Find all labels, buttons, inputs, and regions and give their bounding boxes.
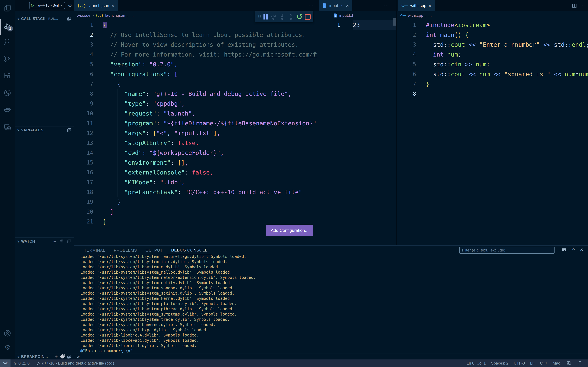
run-and-debug-icon[interactable]: 1	[0, 18, 15, 34]
code-editor-withi-cpp[interactable]: 1#include<iostream>2int main() {3 std::c…	[397, 19, 588, 99]
code-line[interactable]: 13 "stopAtEntry": false,	[74, 138, 317, 148]
explorer-icon[interactable]	[0, 0, 15, 17]
status-item[interactable]: LF	[527, 361, 537, 366]
variables-section-header[interactable]: ∨ VARIABLES	[15, 126, 74, 134]
breadcrumb-symbol[interactable]: ...	[130, 13, 134, 18]
watch-section-header[interactable]: ∨ WATCH +	[15, 237, 74, 245]
breadcrumb-file[interactable]: input.txt	[339, 13, 353, 18]
maximize-panel-icon[interactable]: ^	[572, 247, 575, 252]
split-editor-icon[interactable]	[572, 3, 577, 8]
close-tab-icon[interactable]: ×	[429, 3, 432, 8]
tab-output[interactable]: OUTPUT	[141, 246, 167, 255]
more-actions-icon[interactable]: ⋯	[308, 3, 313, 8]
code-line[interactable]: 2int main() {	[397, 30, 588, 40]
status-item[interactable]: Mac	[550, 361, 563, 366]
notifications-bell-icon[interactable]	[575, 361, 585, 366]
tab-terminal[interactable]: TERMINAL	[80, 246, 109, 255]
close-panel-icon[interactable]: ×	[580, 247, 583, 252]
status-item[interactable]: Ln 8, Col 1	[464, 361, 488, 366]
code-line[interactable]: 15 "environment": [],	[74, 158, 317, 168]
debug-console-output[interactable]: Loaded '/usr/lib/system/libsystem_featur…	[74, 255, 588, 354]
live-share-icon[interactable]	[0, 85, 15, 101]
scrollbar-slider[interactable]	[393, 18, 396, 25]
code-line[interactable]: 5 std::cin >> num;	[397, 59, 588, 69]
search-icon[interactable]	[0, 33, 15, 50]
code-line[interactable]: 5 "version": "0.2.0",	[74, 59, 317, 69]
settings-gear-icon[interactable]: ⚙	[0, 339, 15, 356]
code-line[interactable]: 10 "request": "launch",	[74, 109, 317, 118]
console-filter-input[interactable]	[460, 248, 554, 253]
close-tab-icon[interactable]: ×	[111, 3, 114, 8]
step-out-icon[interactable]	[288, 14, 294, 20]
code-line[interactable]: 16 "externalConsole": false,	[74, 168, 317, 177]
accounts-icon[interactable]	[0, 325, 15, 342]
pause-button[interactable]	[263, 14, 268, 19]
call-stack-section-header[interactable]: ∨ CALL STACK RUN...	[15, 15, 74, 22]
debug-config-status[interactable]: g++-10 - Build and debug active file (po…	[33, 361, 117, 366]
code-line[interactable]: 19 }	[74, 197, 317, 207]
breadcrumb-symbol[interactable]: ...	[428, 13, 432, 18]
status-item[interactable]: Spaces: 2	[488, 361, 511, 366]
copy-call-stack-icon[interactable]	[67, 16, 71, 21]
step-into-icon[interactable]	[279, 14, 285, 20]
code-line[interactable]: 14 "cwd": "${workspaceFolder}",	[74, 148, 317, 158]
code-line[interactable]: 12 "args": ["<", "input.txt"],	[74, 128, 317, 138]
code-line[interactable]: 7}	[397, 79, 588, 89]
collapse-all-icon[interactable]	[67, 128, 71, 133]
code-line[interactable]: 7 {	[74, 79, 317, 89]
remote-indicator[interactable]: ><	[0, 359, 10, 367]
more-actions-icon[interactable]: ⋯	[384, 3, 389, 8]
remote-explorer-icon[interactable]	[0, 119, 15, 135]
source-control-icon[interactable]	[0, 51, 15, 67]
status-item[interactable]: UTF-8	[511, 361, 527, 366]
collapse-all-watch-icon[interactable]	[67, 239, 71, 244]
clear-console-icon[interactable]	[561, 247, 567, 252]
problems-status[interactable]: ⊗0 ⚠0	[10, 361, 33, 366]
code-line[interactable]: 9 "type": "cppdbg",	[74, 99, 317, 109]
step-over-icon[interactable]	[270, 14, 277, 20]
code-line[interactable]: 6 "configurations": [	[74, 69, 317, 79]
code-line[interactable]: 6 std::cout << num << "squared is " << n…	[397, 69, 588, 79]
tab-withi-cpp[interactable]: C++ withi.cpp ×	[398, 0, 435, 11]
drag-grip-icon[interactable]: ⠿	[258, 14, 261, 20]
breadcrumb-folder[interactable]: .vscode	[77, 13, 91, 18]
code-line[interactable]: 8	[397, 89, 588, 99]
code-line[interactable]: 2 // Use IntelliSense to learn about pos…	[74, 30, 317, 40]
stop-icon[interactable]	[305, 14, 311, 20]
feedback-icon[interactable]	[564, 361, 574, 366]
code-line[interactable]: 4 int num;	[397, 50, 588, 59]
tab-launch-json[interactable]: {..} launch.json ×	[74, 0, 118, 11]
restart-icon[interactable]: ↺	[296, 13, 303, 20]
code-line[interactable]: 3 std::cout << "Enter a nnumber" << std:…	[397, 40, 588, 50]
tab-input-txt[interactable]: input.txt ×	[319, 0, 352, 11]
open-launch-json-gear-icon[interactable]: ⚙	[68, 2, 72, 8]
code-line[interactable]: 4 // For more information, visit: https:…	[74, 50, 317, 59]
code-editor-input-txt[interactable]: 123	[317, 19, 396, 30]
more-actions-icon[interactable]: ⋯	[580, 3, 585, 8]
extensions-icon[interactable]	[0, 68, 15, 84]
remove-all-watch-icon[interactable]	[59, 239, 64, 244]
code-line[interactable]: 18 "preLaunchTask": "C/C++: g++-10 build…	[74, 187, 317, 197]
code-line[interactable]: 11 "program": "${fileDirname}/${fileBase…	[74, 118, 317, 128]
breadcrumb-file[interactable]: withi.cpp	[408, 13, 423, 18]
remove-all-breakpoints-icon[interactable]	[67, 354, 71, 359]
code-editor-launch-json[interactable]: 1{2 // Use IntelliSense to learn about p…	[74, 19, 317, 227]
launch-config-dropdown[interactable]: ▷ g++-10 - Build a ∨	[29, 2, 65, 9]
tab-problems[interactable]: PROBLEMS	[109, 246, 141, 255]
code-line[interactable]: 8 "name": "g++-10 - Build and debug acti…	[74, 89, 317, 99]
add-function-breakpoint-icon[interactable]: +	[55, 354, 58, 359]
tab-debug-console[interactable]: DEBUG CONSOLE	[167, 246, 212, 255]
breadcrumb-file[interactable]: launch.json	[105, 13, 125, 18]
code-line[interactable]: 20 ]	[74, 207, 317, 217]
start-debug-icon[interactable]: ▷	[30, 3, 36, 8]
breakpoints-section-header[interactable]: ∨ BREAKPOIN... +	[15, 354, 74, 359]
close-tab-icon[interactable]: ×	[346, 3, 349, 8]
code-line[interactable]: 3 // Hover to view descriptions of exist…	[74, 40, 317, 50]
debug-console-input-row[interactable]: >	[74, 354, 588, 359]
code-line[interactable]: 17 "MIMode": "lldb",	[74, 177, 317, 187]
add-watch-expression-icon[interactable]: +	[53, 239, 56, 244]
code-line[interactable]: 1#include<iostream>	[397, 20, 588, 30]
status-item[interactable]: C++	[537, 361, 550, 366]
docker-icon[interactable]	[0, 101, 15, 118]
toggle-breakpoints-icon[interactable]	[60, 355, 64, 359]
